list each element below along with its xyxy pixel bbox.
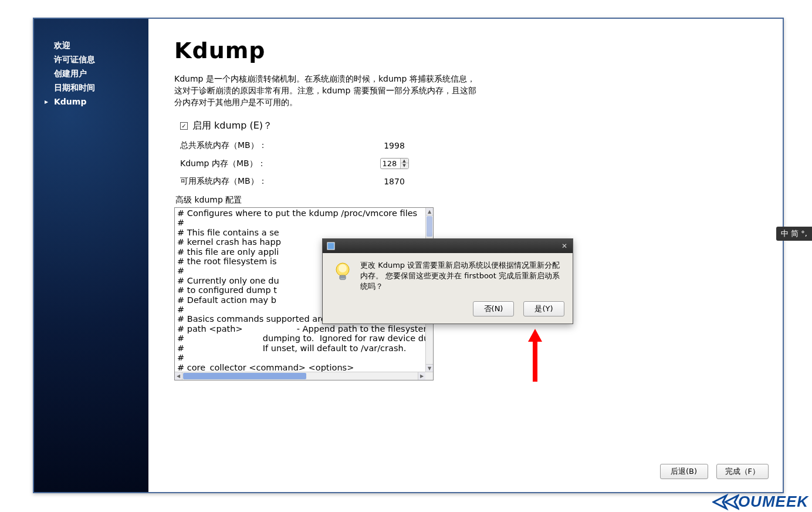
advanced-config-label: 高级 kdump 配置 (175, 195, 757, 206)
enable-kdump-checkbox[interactable]: ✓ 启用 kdump (E)？ (180, 120, 757, 132)
sidebar: 欢迎 许可证信息 创建用户 日期和时间 Kdump (34, 19, 148, 492)
spinner-down-icon[interactable]: ▼ (401, 163, 408, 168)
scroll-left-icon[interactable]: ◀ (175, 372, 182, 380)
sidebar-item-kdump[interactable]: Kdump (34, 95, 148, 109)
total-memory-value: 1998 (321, 141, 468, 150)
dialog-message: 更改 Kdump 设置需要重新启动系统以便根据情况重新分配内存。 您要保留这些更… (360, 260, 564, 292)
yes-button[interactable]: 是(Y) (523, 301, 564, 316)
sidebar-item-datetime[interactable]: 日期和时间 (34, 81, 148, 95)
svg-marker-6 (528, 329, 542, 382)
total-memory-row: 总共系统内存（MB）： 1998 (174, 140, 757, 151)
sidebar-item-welcome[interactable]: 欢迎 (34, 39, 148, 53)
checkbox-icon: ✓ (180, 122, 188, 130)
svg-point-2 (339, 264, 347, 272)
kdump-memory-spinner[interactable]: 128 ▲ ▼ (380, 158, 409, 169)
svg-rect-0 (327, 242, 334, 250)
sidebar-item-create-user[interactable]: 创建用户 (34, 67, 148, 81)
dialog-titlebar[interactable]: ✕ (323, 239, 573, 253)
ime-indicator[interactable]: 中 简 °, (776, 227, 812, 241)
watermark-text: OUMEEK (738, 493, 808, 511)
vscroll-thumb[interactable] (427, 216, 432, 237)
confirm-dialog: ✕ 更改 Kdump 设置需要重新启动系统以便根据情况重新分配内存。 您要保留这… (322, 238, 573, 324)
kdump-memory-row: Kdump 内存（MB）： 128 ▲ ▼ (174, 158, 757, 169)
avail-memory-value: 1870 (321, 177, 468, 186)
total-memory-label: 总共系统内存（MB）： (174, 140, 321, 151)
no-button[interactable]: 否(N) (473, 301, 514, 316)
sidebar-item-license[interactable]: 许可证信息 (34, 53, 148, 67)
scroll-right-icon[interactable]: ▶ (418, 372, 425, 380)
spinner-arrows[interactable]: ▲ ▼ (401, 159, 408, 169)
hscroll-thumb[interactable] (183, 373, 306, 379)
spinner-up-icon[interactable]: ▲ (401, 159, 408, 163)
watermark-logo: OUMEEK (712, 493, 808, 511)
scroll-down-icon[interactable]: ▼ (426, 364, 433, 372)
footer-buttons: 后退(B) 完成（F） (660, 464, 769, 479)
lightbulb-icon (331, 260, 354, 284)
avail-memory-row: 可用系统内存（MB）： 1870 (174, 176, 757, 187)
scroll-up-icon[interactable]: ▲ (426, 208, 433, 215)
dialog-app-icon (326, 241, 336, 251)
kdump-memory-label: Kdump 内存（MB）： (174, 159, 321, 169)
svg-marker-8 (725, 496, 738, 508)
finish-button[interactable]: 完成（F） (716, 464, 769, 479)
page-title: Kdump (174, 38, 757, 63)
kdump-memory-value[interactable]: 128 (381, 159, 401, 169)
avail-memory-label: 可用系统内存（MB）： (174, 176, 321, 187)
close-icon[interactable]: ✕ (560, 241, 569, 251)
annotation-arrow-icon (528, 329, 542, 382)
page-description: Kdump 是一个内核崩溃转储机制。在系统崩溃的时候，kdump 将捕获系统信息… (174, 73, 479, 108)
enable-kdump-label: 启用 kdump (E)？ (192, 120, 272, 132)
horizontal-scrollbar[interactable]: ◀ ▶ (175, 372, 433, 380)
back-button[interactable]: 后退(B) (660, 464, 708, 479)
